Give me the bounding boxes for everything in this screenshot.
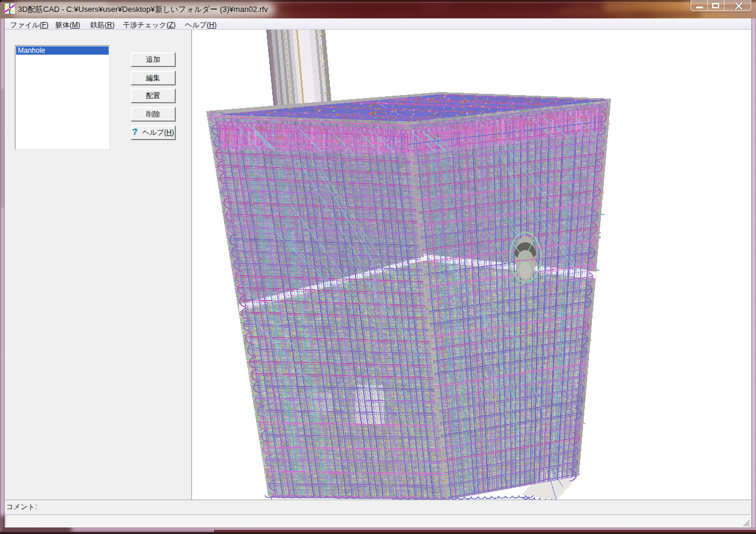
svg-text:?: ?: [133, 128, 138, 136]
